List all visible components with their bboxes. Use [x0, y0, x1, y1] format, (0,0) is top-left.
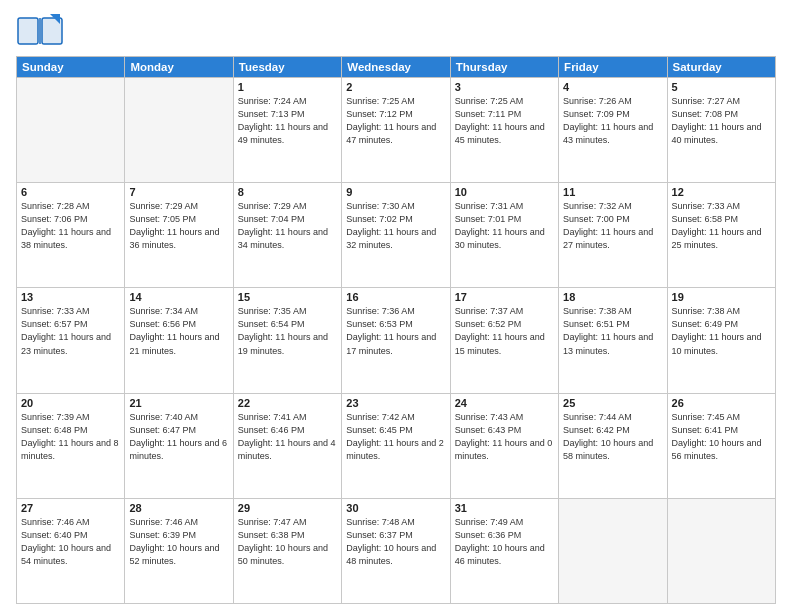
calendar-cell: 22Sunrise: 7:41 AMSunset: 6:46 PMDayligh… — [233, 393, 341, 498]
day-number: 21 — [129, 397, 228, 409]
calendar-cell: 1Sunrise: 7:24 AMSunset: 7:13 PMDaylight… — [233, 78, 341, 183]
calendar-week-row: 20Sunrise: 7:39 AMSunset: 6:48 PMDayligh… — [17, 393, 776, 498]
day-of-week-header: Friday — [559, 57, 667, 78]
day-number: 29 — [238, 502, 337, 514]
day-number: 2 — [346, 81, 445, 93]
calendar-cell: 21Sunrise: 7:40 AMSunset: 6:47 PMDayligh… — [125, 393, 233, 498]
day-info: Sunrise: 7:29 AMSunset: 7:04 PMDaylight:… — [238, 200, 337, 252]
day-number: 8 — [238, 186, 337, 198]
calendar-cell: 19Sunrise: 7:38 AMSunset: 6:49 PMDayligh… — [667, 288, 775, 393]
calendar-cell: 28Sunrise: 7:46 AMSunset: 6:39 PMDayligh… — [125, 498, 233, 603]
day-info: Sunrise: 7:36 AMSunset: 6:53 PMDaylight:… — [346, 305, 445, 357]
page: SundayMondayTuesdayWednesdayThursdayFrid… — [0, 0, 792, 612]
day-info: Sunrise: 7:35 AMSunset: 6:54 PMDaylight:… — [238, 305, 337, 357]
day-number: 27 — [21, 502, 120, 514]
day-number: 13 — [21, 291, 120, 303]
day-info: Sunrise: 7:48 AMSunset: 6:37 PMDaylight:… — [346, 516, 445, 568]
day-of-week-header: Monday — [125, 57, 233, 78]
calendar-cell — [17, 78, 125, 183]
day-info: Sunrise: 7:46 AMSunset: 6:40 PMDaylight:… — [21, 516, 120, 568]
calendar-week-row: 13Sunrise: 7:33 AMSunset: 6:57 PMDayligh… — [17, 288, 776, 393]
calendar-cell: 8Sunrise: 7:29 AMSunset: 7:04 PMDaylight… — [233, 183, 341, 288]
calendar-cell: 23Sunrise: 7:42 AMSunset: 6:45 PMDayligh… — [342, 393, 450, 498]
day-of-week-header: Tuesday — [233, 57, 341, 78]
day-info: Sunrise: 7:43 AMSunset: 6:43 PMDaylight:… — [455, 411, 554, 463]
calendar-cell — [559, 498, 667, 603]
day-number: 4 — [563, 81, 662, 93]
day-number: 24 — [455, 397, 554, 409]
day-number: 18 — [563, 291, 662, 303]
day-info: Sunrise: 7:34 AMSunset: 6:56 PMDaylight:… — [129, 305, 228, 357]
calendar-cell: 18Sunrise: 7:38 AMSunset: 6:51 PMDayligh… — [559, 288, 667, 393]
day-number: 3 — [455, 81, 554, 93]
day-number: 5 — [672, 81, 771, 93]
day-number: 28 — [129, 502, 228, 514]
calendar-week-row: 27Sunrise: 7:46 AMSunset: 6:40 PMDayligh… — [17, 498, 776, 603]
day-number: 25 — [563, 397, 662, 409]
calendar-cell: 12Sunrise: 7:33 AMSunset: 6:58 PMDayligh… — [667, 183, 775, 288]
calendar-cell: 25Sunrise: 7:44 AMSunset: 6:42 PMDayligh… — [559, 393, 667, 498]
day-info: Sunrise: 7:39 AMSunset: 6:48 PMDaylight:… — [21, 411, 120, 463]
day-info: Sunrise: 7:40 AMSunset: 6:47 PMDaylight:… — [129, 411, 228, 463]
day-number: 22 — [238, 397, 337, 409]
calendar-cell: 27Sunrise: 7:46 AMSunset: 6:40 PMDayligh… — [17, 498, 125, 603]
calendar-cell: 11Sunrise: 7:32 AMSunset: 7:00 PMDayligh… — [559, 183, 667, 288]
day-info: Sunrise: 7:41 AMSunset: 6:46 PMDaylight:… — [238, 411, 337, 463]
day-info: Sunrise: 7:25 AMSunset: 7:11 PMDaylight:… — [455, 95, 554, 147]
calendar-cell: 4Sunrise: 7:26 AMSunset: 7:09 PMDaylight… — [559, 78, 667, 183]
day-info: Sunrise: 7:26 AMSunset: 7:09 PMDaylight:… — [563, 95, 662, 147]
day-number: 23 — [346, 397, 445, 409]
day-number: 10 — [455, 186, 554, 198]
day-info: Sunrise: 7:47 AMSunset: 6:38 PMDaylight:… — [238, 516, 337, 568]
calendar-cell: 24Sunrise: 7:43 AMSunset: 6:43 PMDayligh… — [450, 393, 558, 498]
day-number: 1 — [238, 81, 337, 93]
day-number: 26 — [672, 397, 771, 409]
day-info: Sunrise: 7:42 AMSunset: 6:45 PMDaylight:… — [346, 411, 445, 463]
day-info: Sunrise: 7:25 AMSunset: 7:12 PMDaylight:… — [346, 95, 445, 147]
calendar-week-row: 6Sunrise: 7:28 AMSunset: 7:06 PMDaylight… — [17, 183, 776, 288]
day-of-week-header: Sunday — [17, 57, 125, 78]
calendar: SundayMondayTuesdayWednesdayThursdayFrid… — [16, 56, 776, 604]
calendar-cell: 16Sunrise: 7:36 AMSunset: 6:53 PMDayligh… — [342, 288, 450, 393]
header — [16, 12, 776, 50]
day-number: 7 — [129, 186, 228, 198]
day-info: Sunrise: 7:33 AMSunset: 6:58 PMDaylight:… — [672, 200, 771, 252]
day-of-week-header: Thursday — [450, 57, 558, 78]
day-info: Sunrise: 7:24 AMSunset: 7:13 PMDaylight:… — [238, 95, 337, 147]
calendar-header-row: SundayMondayTuesdayWednesdayThursdayFrid… — [17, 57, 776, 78]
day-info: Sunrise: 7:49 AMSunset: 6:36 PMDaylight:… — [455, 516, 554, 568]
day-number: 19 — [672, 291, 771, 303]
calendar-cell: 30Sunrise: 7:48 AMSunset: 6:37 PMDayligh… — [342, 498, 450, 603]
calendar-cell: 3Sunrise: 7:25 AMSunset: 7:11 PMDaylight… — [450, 78, 558, 183]
day-info: Sunrise: 7:29 AMSunset: 7:05 PMDaylight:… — [129, 200, 228, 252]
calendar-cell: 10Sunrise: 7:31 AMSunset: 7:01 PMDayligh… — [450, 183, 558, 288]
calendar-cell — [125, 78, 233, 183]
day-of-week-header: Wednesday — [342, 57, 450, 78]
day-info: Sunrise: 7:45 AMSunset: 6:41 PMDaylight:… — [672, 411, 771, 463]
day-info: Sunrise: 7:27 AMSunset: 7:08 PMDaylight:… — [672, 95, 771, 147]
calendar-cell: 31Sunrise: 7:49 AMSunset: 6:36 PMDayligh… — [450, 498, 558, 603]
logo — [16, 12, 64, 50]
calendar-cell: 7Sunrise: 7:29 AMSunset: 7:05 PMDaylight… — [125, 183, 233, 288]
day-info: Sunrise: 7:33 AMSunset: 6:57 PMDaylight:… — [21, 305, 120, 357]
calendar-week-row: 1Sunrise: 7:24 AMSunset: 7:13 PMDaylight… — [17, 78, 776, 183]
calendar-cell: 2Sunrise: 7:25 AMSunset: 7:12 PMDaylight… — [342, 78, 450, 183]
day-info: Sunrise: 7:37 AMSunset: 6:52 PMDaylight:… — [455, 305, 554, 357]
calendar-cell: 6Sunrise: 7:28 AMSunset: 7:06 PMDaylight… — [17, 183, 125, 288]
calendar-cell: 20Sunrise: 7:39 AMSunset: 6:48 PMDayligh… — [17, 393, 125, 498]
day-info: Sunrise: 7:31 AMSunset: 7:01 PMDaylight:… — [455, 200, 554, 252]
day-info: Sunrise: 7:44 AMSunset: 6:42 PMDaylight:… — [563, 411, 662, 463]
day-of-week-header: Saturday — [667, 57, 775, 78]
day-info: Sunrise: 7:38 AMSunset: 6:51 PMDaylight:… — [563, 305, 662, 357]
calendar-cell: 15Sunrise: 7:35 AMSunset: 6:54 PMDayligh… — [233, 288, 341, 393]
calendar-cell: 9Sunrise: 7:30 AMSunset: 7:02 PMDaylight… — [342, 183, 450, 288]
day-number: 14 — [129, 291, 228, 303]
day-number: 31 — [455, 502, 554, 514]
day-number: 30 — [346, 502, 445, 514]
calendar-cell: 5Sunrise: 7:27 AMSunset: 7:08 PMDaylight… — [667, 78, 775, 183]
day-info: Sunrise: 7:30 AMSunset: 7:02 PMDaylight:… — [346, 200, 445, 252]
calendar-cell: 26Sunrise: 7:45 AMSunset: 6:41 PMDayligh… — [667, 393, 775, 498]
day-info: Sunrise: 7:38 AMSunset: 6:49 PMDaylight:… — [672, 305, 771, 357]
day-info: Sunrise: 7:46 AMSunset: 6:39 PMDaylight:… — [129, 516, 228, 568]
day-number: 6 — [21, 186, 120, 198]
